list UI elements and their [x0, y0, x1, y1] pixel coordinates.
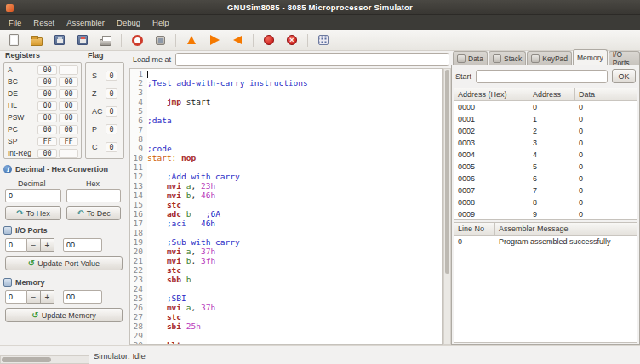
editor-line[interactable]: 22 stc	[130, 265, 442, 275]
register-value-high[interactable]: 00	[37, 113, 57, 122]
editor-line[interactable]: 20 mvi a, 37h	[130, 247, 442, 256]
register-value-high[interactable]: 00	[37, 149, 57, 158]
editor-line[interactable]: 25 ;SBI	[130, 293, 442, 303]
keypad-button[interactable]	[316, 32, 331, 48]
flag-value[interactable]: 0	[106, 142, 117, 152]
flag-value[interactable]: 0	[106, 71, 117, 81]
memory-row[interactable]: 000990	[454, 208, 637, 220]
memory-row[interactable]: 000660	[454, 173, 637, 185]
assemble-button[interactable]	[129, 32, 145, 48]
record-button[interactable]	[261, 32, 277, 48]
memory-address-input[interactable]: 0	[5, 290, 27, 304]
memory-section-header[interactable]: Memory	[3, 278, 45, 287]
flag-value[interactable]: 0	[106, 106, 117, 117]
io-port-decrement-button[interactable]: −	[27, 238, 41, 252]
to-hex-button[interactable]: ↷ To Hex	[5, 206, 61, 220]
tab-i-o-ports[interactable]: I/O Ports	[609, 51, 640, 65]
to-dec-button[interactable]: ↶ To Dec	[66, 206, 121, 220]
new-file-button[interactable]	[6, 32, 21, 48]
register-value-low[interactable]: FF	[59, 137, 78, 146]
menu-help[interactable]: Help	[146, 15, 175, 30]
register-value-high[interactable]: 00	[37, 77, 57, 87]
register-value-low[interactable]	[59, 149, 78, 158]
io-ports-section-header[interactable]: I/O Ports	[3, 226, 48, 235]
memory-decrement-button[interactable]: −	[27, 290, 41, 304]
column-header[interactable]: Assembler Message	[495, 223, 637, 236]
hex-input[interactable]	[66, 189, 121, 202]
editor-line[interactable]: 3	[130, 88, 442, 97]
editor-vertical-scrollbar[interactable]	[443, 68, 451, 345]
editor-line[interactable]: 13 mvi a, 23h	[130, 181, 442, 191]
editor-line[interactable]: 8	[130, 134, 442, 144]
register-value-low[interactable]	[59, 65, 78, 75]
register-value-high[interactable]: 00	[37, 65, 57, 75]
editor-line[interactable]: 9;code	[130, 144, 442, 153]
app-icon[interactable]	[6, 4, 14, 12]
editor-line[interactable]: 4 jmp start	[130, 97, 442, 106]
menu-debug[interactable]: Debug	[111, 15, 146, 30]
step-out-button[interactable]	[184, 32, 199, 48]
editor-line[interactable]: 29	[130, 331, 442, 340]
register-value-low[interactable]: 00	[59, 101, 78, 111]
editor-line[interactable]: 1	[130, 69, 442, 78]
stop-button[interactable]: ×	[284, 32, 300, 48]
memory-row[interactable]: 000110	[454, 113, 637, 125]
register-value-low[interactable]: 00	[59, 89, 78, 99]
column-header[interactable]: Address	[529, 88, 575, 101]
message-row[interactable]: 0Program assembled successfully	[454, 236, 637, 247]
io-port-value-input[interactable]: 00	[63, 238, 102, 252]
memory-row[interactable]: 000550	[454, 161, 637, 173]
ok-button[interactable]: OK	[612, 69, 636, 83]
tab-memory[interactable]: Memory	[573, 49, 608, 65]
step-back-button[interactable]	[230, 32, 245, 48]
editor-line[interactable]: 16 adc b ;6A	[130, 209, 442, 219]
editor-line[interactable]: 19 ;Sub with carry	[130, 237, 442, 247]
save-as-button[interactable]	[75, 32, 90, 48]
editor-line[interactable]: 6;data	[130, 116, 442, 125]
editor-line[interactable]: 11	[130, 162, 442, 172]
memory-row[interactable]: 000330	[454, 137, 637, 149]
editor-line[interactable]: 14 mvi b, 46h	[130, 191, 442, 200]
memory-row[interactable]: 000220	[454, 125, 637, 137]
editor-line[interactable]: 18	[130, 228, 442, 237]
editor-line[interactable]: 26 mvi a, 37h	[130, 303, 442, 312]
menu-assembler[interactable]: Assembler	[60, 15, 111, 30]
code-editor[interactable]: 12;Test add-with-carry instructions34 jm…	[129, 68, 443, 345]
flag-value[interactable]: 0	[106, 124, 117, 134]
update-memory-button[interactable]: ↺ Update Memory	[5, 308, 123, 322]
converter-button[interactable]	[152, 32, 168, 48]
editor-line[interactable]: 15 stc	[130, 200, 442, 209]
open-button[interactable]	[29, 32, 44, 48]
memory-row[interactable]: 000440	[454, 149, 637, 161]
column-header[interactable]: Address (Hex)	[454, 88, 529, 101]
editor-line[interactable]: 17 ;aci 46h	[130, 219, 442, 228]
column-header[interactable]: Data	[575, 88, 637, 101]
register-value-high[interactable]: FF	[37, 137, 57, 146]
editor-line[interactable]: 23 sbb b	[130, 275, 442, 284]
editor-line[interactable]: 7	[130, 125, 442, 134]
memory-row[interactable]: 000000	[454, 101, 637, 113]
memory-row[interactable]: 000880	[454, 196, 637, 208]
register-value-low[interactable]: 00	[59, 113, 78, 122]
tab-stack[interactable]: Stack	[489, 51, 526, 65]
memory-value-input[interactable]: 00	[63, 290, 102, 304]
column-header[interactable]: Line No	[454, 223, 495, 236]
register-value-low[interactable]: 00	[59, 77, 78, 87]
decimal-input[interactable]: 0	[5, 189, 61, 202]
memory-increment-button[interactable]: +	[41, 290, 54, 304]
load-me-at-input[interactable]	[175, 53, 449, 66]
tab-data[interactable]: Data	[453, 51, 488, 65]
register-value-low[interactable]: 00	[59, 125, 78, 134]
editor-line[interactable]: 10start: nop	[130, 153, 442, 162]
update-port-value-button[interactable]: ↺ Update Port Value	[5, 256, 123, 270]
start-address-input[interactable]	[476, 70, 608, 83]
scrollbar-thumb[interactable]	[2, 357, 51, 362]
run-button[interactable]	[207, 32, 222, 48]
editor-line[interactable]: 21 mvi b, 3fh	[130, 256, 442, 265]
print-button[interactable]	[98, 32, 113, 48]
io-port-number-input[interactable]: 0	[5, 238, 27, 252]
flag-value[interactable]: 0	[106, 88, 117, 99]
editor-line[interactable]: 27 stc	[130, 312, 442, 321]
editor-line[interactable]: 2;Test add-with-carry instructions	[130, 78, 442, 88]
editor-line[interactable]: 28 sbi 25h	[130, 321, 442, 331]
